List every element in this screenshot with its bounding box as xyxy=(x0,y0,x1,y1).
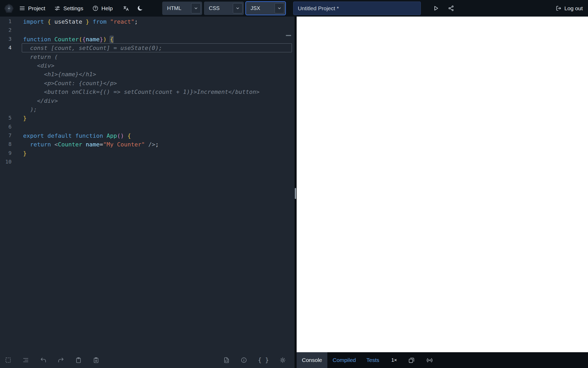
code-line[interactable]: 3function Counter({name}) { xyxy=(0,35,295,43)
selection-icon[interactable] xyxy=(5,357,12,364)
braces-icon[interactable]: { } xyxy=(258,357,269,364)
line-content: export default function App() { xyxy=(22,131,292,140)
chevron-down-icon[interactable] xyxy=(191,3,201,13)
code-line[interactable]: <button onClick={() => setCount(count + … xyxy=(0,87,295,96)
line-number: 10 xyxy=(0,157,12,166)
broadcast-icon[interactable] xyxy=(426,357,433,364)
line-content: import { useState } from "react"; xyxy=(22,17,292,26)
moon-icon[interactable] xyxy=(137,5,143,12)
line-content: <button onClick={() => setCount(count + … xyxy=(22,87,292,96)
code-line[interactable]: 5} xyxy=(0,114,295,122)
tab-html[interactable]: HTML xyxy=(162,2,202,15)
line-content: function Counter({name}) { xyxy=(22,35,292,43)
info-icon[interactable] xyxy=(240,357,247,364)
help-icon xyxy=(92,5,99,12)
tab-jsx-label: JSX xyxy=(246,5,275,11)
line-number: 2 xyxy=(0,26,12,34)
file-code-icon[interactable] xyxy=(223,357,230,364)
line-content xyxy=(22,122,292,131)
tab-jsx[interactable]: JSX xyxy=(246,2,286,15)
line-content xyxy=(22,26,292,34)
line-content: <p>Count: {count}</p> xyxy=(22,79,292,87)
tab-css[interactable]: CSS xyxy=(204,2,244,15)
overview-ruler-mark xyxy=(286,35,291,36)
help-menu[interactable]: Help xyxy=(92,5,113,12)
clipboard-arrow-icon[interactable] xyxy=(93,357,99,364)
zoom-level[interactable]: 1× xyxy=(391,357,397,363)
hamburger-icon xyxy=(19,5,25,12)
project-title-input[interactable] xyxy=(293,2,421,15)
sliders-icon xyxy=(54,5,61,12)
app-logo[interactable] xyxy=(4,3,14,14)
format-icon[interactable] xyxy=(22,357,29,364)
code-line[interactable]: 8 return <Counter name="My Counter" />; xyxy=(0,140,295,149)
code-line[interactable]: 4 const [count, setCount] = useState(0); xyxy=(0,43,295,52)
line-content: return ( xyxy=(22,52,292,61)
play-icon[interactable] xyxy=(432,5,439,12)
line-content: } xyxy=(22,114,292,122)
code-line[interactable]: <p>Count: {count}</p> xyxy=(0,79,295,87)
chevron-down-icon[interactable] xyxy=(275,3,284,13)
preview-pane xyxy=(297,17,588,352)
line-content: ); xyxy=(22,105,292,114)
topbar: Project Settings Help HTML CSS xyxy=(0,0,588,17)
line-number: 6 xyxy=(0,122,12,131)
code-line[interactable]: <div> xyxy=(0,61,295,70)
code-editor[interactable]: 1import { useState } from "react";23func… xyxy=(0,17,295,352)
console-bar: Console Compiled Tests 1× xyxy=(297,352,588,368)
frames-icon[interactable] xyxy=(408,357,415,364)
gear-icon[interactable] xyxy=(279,357,286,364)
tab-tests[interactable]: Tests xyxy=(361,352,385,368)
editor-toolbar-left xyxy=(5,357,99,364)
line-number xyxy=(0,87,12,96)
project-menu[interactable]: Project xyxy=(19,5,45,12)
settings-menu[interactable]: Settings xyxy=(54,5,83,12)
undo-icon[interactable] xyxy=(40,357,47,364)
tab-console[interactable]: Console xyxy=(297,352,327,368)
logout-button[interactable]: Log out xyxy=(555,5,583,12)
paste-icon[interactable] xyxy=(75,357,82,364)
code-lines: 1import { useState } from "react";23func… xyxy=(0,17,295,166)
line-number: 4 xyxy=(0,43,12,52)
line-number xyxy=(0,61,12,70)
line-number: 3 xyxy=(0,35,12,43)
share-icon[interactable] xyxy=(448,5,454,12)
code-line[interactable]: 6 xyxy=(0,122,295,131)
code-line[interactable]: return ( xyxy=(0,52,295,61)
line-content: <h1>{name}</h1> xyxy=(22,70,292,78)
line-number: 1 xyxy=(0,17,12,26)
tab-compiled[interactable]: Compiled xyxy=(327,352,361,368)
code-line[interactable]: 2 xyxy=(0,26,295,34)
line-content xyxy=(22,157,292,166)
redo-icon[interactable] xyxy=(57,357,64,364)
line-number: 7 xyxy=(0,131,12,140)
help-menu-label: Help xyxy=(101,5,113,12)
chevron-down-icon[interactable] xyxy=(233,3,243,13)
splitter-handle[interactable] xyxy=(295,188,296,199)
line-content: return <Counter name="My Counter" />; xyxy=(22,140,292,149)
translate-icon[interactable] xyxy=(123,5,129,12)
line-number xyxy=(0,70,12,78)
code-line[interactable]: 9} xyxy=(0,149,295,157)
line-number xyxy=(0,96,12,105)
tab-css-label: CSS xyxy=(204,5,233,11)
file-tabs: HTML CSS JSX xyxy=(162,2,287,15)
line-number xyxy=(0,52,12,61)
line-number xyxy=(0,105,12,114)
code-line[interactable]: ); xyxy=(0,105,295,114)
line-number: 9 xyxy=(0,149,12,157)
logout-icon xyxy=(555,5,562,12)
code-line[interactable]: </div> xyxy=(0,96,295,105)
tab-html-label: HTML xyxy=(162,5,191,11)
panel-splitter[interactable] xyxy=(295,17,297,368)
code-line[interactable]: 10 xyxy=(0,157,295,166)
settings-menu-label: Settings xyxy=(63,5,83,12)
editor-toolbar: { } xyxy=(0,352,295,368)
code-line[interactable]: 7export default function App() { xyxy=(0,131,295,140)
code-line[interactable]: 1import { useState } from "react"; xyxy=(0,17,295,26)
line-number: 5 xyxy=(0,114,12,122)
logout-label: Log out xyxy=(564,5,583,12)
code-line[interactable]: <h1>{name}</h1> xyxy=(0,70,295,78)
editor-toolbar-right: { } xyxy=(223,357,286,364)
line-number xyxy=(0,79,12,87)
